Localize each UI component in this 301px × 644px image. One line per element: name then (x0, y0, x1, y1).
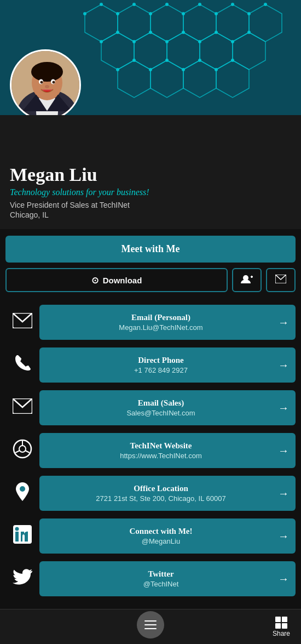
linkedin-value: @MeganLiu (48, 537, 274, 545)
svg-point-42 (132, 59, 136, 62)
website-value: https://www.TechINet.com (48, 452, 274, 460)
bottom-actions-row: ⊙ Download (5, 268, 296, 292)
website-card[interactable]: TechINet Website https://www.TechINet.co… (39, 433, 296, 468)
svg-point-34 (149, 68, 152, 71)
svg-point-68 (20, 486, 25, 492)
svg-point-45 (231, 59, 234, 62)
svg-point-55 (45, 85, 49, 88)
email-sales-card[interactable]: Email (Sales) Sales@TechINet.com → (39, 390, 296, 425)
email-personal-row[interactable]: Email (Personal) Megan.Liu@TechINet.com … (5, 303, 296, 341)
website-icon-wrap (5, 431, 39, 470)
email-quick-button[interactable] (266, 268, 296, 292)
svg-line-66 (15, 451, 20, 453)
twitter-card[interactable]: Twitter @TechINet → (39, 561, 296, 596)
svg-line-65 (25, 451, 30, 453)
email-sales-value: Sales@TechINet.com (48, 409, 274, 417)
svg-point-53 (40, 81, 43, 84)
svg-point-18 (149, 12, 152, 15)
location-label: Office Location (48, 484, 274, 493)
location-icon-wrap (5, 474, 39, 512)
phone-icon-wrap (5, 346, 39, 384)
linkedin-row[interactable]: Connect with Me! @MeganLiu → (5, 517, 296, 555)
twitter-row[interactable]: Twitter @TechINet → (5, 560, 296, 598)
hamburger-line-3 (144, 628, 157, 629)
svg-point-63 (19, 446, 26, 452)
phone-card[interactable]: Direct Phone +1 762 849 2927 → (39, 347, 296, 383)
svg-point-37 (116, 31, 119, 34)
phone-value: +1 762 849 2927 (48, 366, 274, 374)
download-button[interactable]: ⊙ Download (5, 268, 228, 292)
hamburger-line-2 (144, 624, 157, 625)
email-personal-label: Email (Personal) (48, 313, 274, 322)
svg-point-41 (247, 31, 251, 34)
email-personal-icon (13, 313, 32, 332)
website-row[interactable]: TechINet Website https://www.TechINet.co… (5, 431, 296, 470)
phone-arrow: → (278, 359, 289, 372)
svg-point-25 (198, 3, 201, 6)
svg-point-17 (116, 12, 119, 15)
add-contact-button[interactable] (232, 268, 262, 292)
email-personal-card[interactable]: Email (Personal) Megan.Liu@TechINet.com … (39, 305, 296, 340)
svg-point-35 (182, 68, 185, 71)
email-personal-arrow: → (278, 316, 289, 329)
svg-point-22 (100, 3, 103, 6)
svg-point-40 (215, 31, 218, 34)
hamburger-line-1 (144, 620, 157, 622)
linkedin-label: Connect with Me! (48, 527, 274, 536)
location-icon (15, 481, 30, 506)
email-personal-value: Megan.Liu@TechINet.com (48, 323, 274, 332)
twitter-value: @TechINet (48, 580, 274, 588)
share-grid-icon (275, 617, 287, 629)
twitter-arrow: → (278, 573, 289, 585)
phone-icon (14, 354, 31, 377)
svg-point-50 (31, 62, 63, 82)
svg-point-43 (165, 59, 169, 62)
phone-row[interactable]: Direct Phone +1 762 849 2927 → (5, 346, 296, 384)
website-arrow: → (278, 444, 289, 457)
email-sales-row[interactable]: Email (Sales) Sales@TechINet.com → (5, 389, 296, 427)
svg-point-26 (231, 3, 234, 6)
svg-point-54 (53, 81, 55, 84)
bottom-nav: Share (0, 609, 301, 644)
action-section: Meet with Me ⊙ Download (0, 229, 301, 299)
svg-point-39 (182, 31, 185, 34)
linkedin-card[interactable]: Connect with Me! @MeganLiu → (39, 518, 296, 554)
share-button[interactable]: Share (273, 617, 290, 637)
email-sales-label: Email (Sales) (48, 398, 274, 408)
profile-location: Chicago, IL (10, 210, 291, 219)
svg-point-24 (165, 3, 169, 6)
download-icon: ⊙ (91, 275, 99, 286)
svg-point-38 (149, 31, 152, 34)
svg-point-33 (116, 68, 119, 71)
hamburger-menu-button[interactable] (137, 611, 164, 639)
header-bg (0, 0, 301, 115)
phone-label: Direct Phone (48, 356, 274, 365)
linkedin-arrow: → (278, 530, 289, 543)
website-label: TechINet Website (48, 441, 274, 451)
svg-point-21 (247, 12, 251, 15)
contacts-section: Email (Personal) Megan.Liu@TechINet.com … (0, 299, 301, 642)
svg-point-27 (264, 3, 267, 6)
email-sales-icon (13, 398, 32, 418)
location-card[interactable]: Office Location 2721 21st St, Ste 200, C… (39, 476, 296, 511)
svg-point-16 (83, 12, 86, 15)
profile-info: Megan Liu Technology solutions for your … (0, 115, 301, 229)
avatar (10, 49, 81, 115)
svg-point-28 (100, 40, 103, 43)
profile-title: Vice President of Sales at TechINet (10, 201, 291, 209)
location-row[interactable]: Office Location 2721 21st St, Ste 200, C… (5, 474, 296, 512)
svg-point-44 (198, 59, 201, 62)
svg-point-36 (215, 68, 218, 71)
svg-point-71 (15, 527, 19, 531)
linkedin-icon-wrap (5, 517, 39, 555)
add-contact-icon (241, 274, 253, 287)
linkedin-icon (13, 525, 32, 548)
twitter-icon-wrap (5, 560, 39, 598)
profile-tagline: Technology solutions for your business! (10, 187, 291, 197)
twitter-icon (13, 569, 32, 589)
svg-point-20 (215, 12, 218, 15)
profile-name: Megan Liu (10, 164, 291, 185)
meet-with-me-button[interactable]: Meet with Me (5, 236, 296, 263)
download-label: Download (103, 276, 142, 285)
svg-point-30 (165, 40, 169, 43)
